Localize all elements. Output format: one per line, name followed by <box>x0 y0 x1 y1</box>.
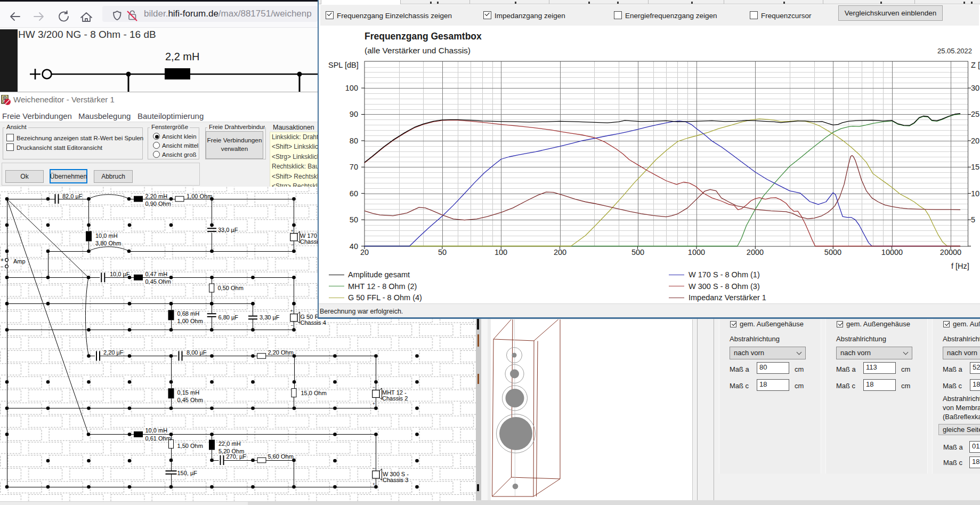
svg-text:Chassis 4: Chassis 4 <box>301 319 326 326</box>
svg-text:3,30 µF: 3,30 µF <box>260 314 280 320</box>
svg-text:+: + <box>1 257 4 263</box>
svg-text:8,00 µF: 8,00 µF <box>187 349 207 356</box>
svg-text:82,0 µF: 82,0 µF <box>62 193 83 199</box>
svg-text:0,68 mH: 0,68 mH <box>177 310 200 317</box>
svg-text:5,60 Ohm: 5,60 Ohm <box>268 453 294 460</box>
svg-text:2,20 Ohm: 2,20 Ohm <box>268 349 294 356</box>
svg-text:1,00 Ohm: 1,00 Ohm <box>187 193 212 199</box>
svg-text:33,0 µF: 33,0 µF <box>218 227 238 233</box>
svg-text:+: + <box>291 228 294 234</box>
svg-text:0,47 mH: 0,47 mH <box>145 271 168 277</box>
svg-text:2,2 mH: 2,2 mH <box>165 51 199 62</box>
svg-text:Amp: Amp <box>13 258 26 264</box>
svg-text:3,80 Ohm: 3,80 Ohm <box>95 240 121 246</box>
svg-text:0,90 Ohm: 0,90 Ohm <box>145 201 171 207</box>
svg-text:1,50 Ohm: 1,50 Ohm <box>177 443 203 449</box>
svg-text:10,0 mH: 10,0 mH <box>145 427 168 434</box>
svg-text:15,0 Ohm: 15,0 Ohm <box>301 390 327 396</box>
svg-text:0,45 Ohm: 0,45 Ohm <box>145 278 171 285</box>
svg-text:0,45 Ohm: 0,45 Ohm <box>177 397 203 403</box>
svg-text:0,15 mH: 0,15 mH <box>177 389 200 396</box>
svg-text:Chassis 3: Chassis 3 <box>383 477 408 483</box>
svg-text:6,80 µF: 6,80 µF <box>218 314 239 320</box>
svg-text:270, µF: 270, µF <box>226 453 247 460</box>
svg-text:2,20 mH: 2,20 mH <box>145 193 168 199</box>
svg-text:Chassis 2: Chassis 2 <box>382 395 408 402</box>
svg-text:−: − <box>1 264 4 270</box>
svg-text:0,61 Ohm: 0,61 Ohm <box>145 435 171 442</box>
svg-text:−: − <box>372 466 375 471</box>
svg-text:150, µF: 150, µF <box>177 470 198 476</box>
svg-text:2,20 µF: 2,20 µF <box>103 349 124 356</box>
svg-text:−: − <box>291 242 294 247</box>
svg-text:0,50 Ohm: 0,50 Ohm <box>218 285 244 291</box>
svg-text:−: − <box>290 323 293 328</box>
svg-text:−: − <box>372 384 375 390</box>
svg-text:22,0 mH: 22,0 mH <box>218 440 241 447</box>
svg-text:10,0 µF: 10,0 µF <box>110 271 130 277</box>
svg-text:1,00 Ohm: 1,00 Ohm <box>177 318 203 324</box>
svg-text:+: + <box>290 308 293 314</box>
svg-text:+: + <box>372 401 375 406</box>
svg-text:10,0 mH: 10,0 mH <box>95 233 118 239</box>
